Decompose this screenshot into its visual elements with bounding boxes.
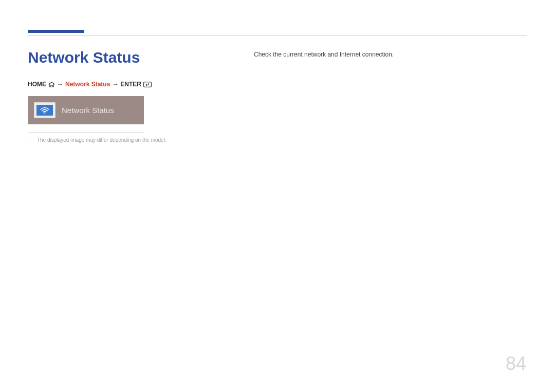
breadcrumb-arrow: →	[57, 81, 63, 88]
page-number: 84	[506, 353, 526, 375]
disclaimer-text: The displayed image may differ depending…	[37, 137, 166, 143]
breadcrumb-arrow: →	[112, 81, 118, 88]
network-status-card: Network Status	[28, 96, 144, 124]
page-title: Network Status	[28, 49, 213, 66]
breadcrumb: HOME → Network Status → ENTER	[28, 81, 213, 88]
wifi-icon	[40, 107, 50, 114]
left-column: Network Status HOME → Network Status → E…	[28, 49, 213, 143]
thin-rule	[28, 133, 144, 133]
home-icon	[48, 82, 55, 87]
svg-point-1	[44, 112, 45, 113]
breadcrumb-home: HOME	[28, 81, 46, 88]
breadcrumb-enter: ENTER	[120, 81, 141, 88]
breadcrumb-item: Network Status	[65, 81, 110, 88]
two-column-layout: Network Status HOME → Network Status → E…	[28, 49, 527, 143]
card-label: Network Status	[62, 106, 114, 115]
description-text: Check the current network and Internet c…	[254, 51, 527, 58]
enter-icon	[143, 82, 152, 87]
disclaimer-dash: ―	[28, 136, 34, 143]
top-rule	[28, 35, 527, 35]
wifi-tile	[34, 102, 55, 118]
accent-bar	[28, 30, 84, 33]
svg-rect-0	[144, 82, 152, 87]
disclaimer: ― The displayed image may differ dependi…	[28, 136, 213, 143]
right-column: Check the current network and Internet c…	[254, 49, 527, 143]
page-content: Network Status HOME → Network Status → E…	[28, 30, 527, 143]
wifi-screen	[36, 105, 53, 116]
